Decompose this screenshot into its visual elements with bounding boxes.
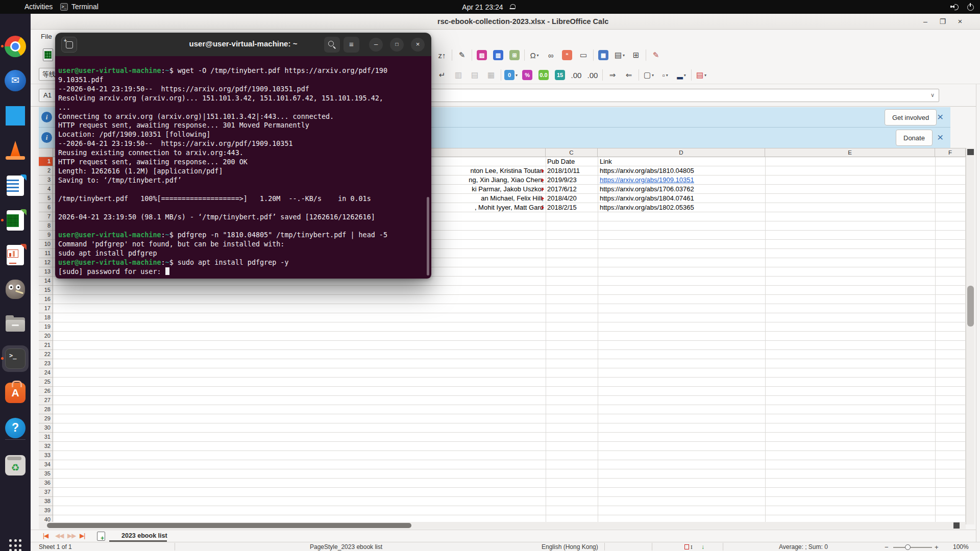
- dock-item-gimp[interactable]: [4, 278, 27, 300]
- column-header-F[interactable]: F: [935, 148, 966, 157]
- cell-C5[interactable]: 2018/4/20: [547, 194, 596, 203]
- search-icon[interactable]: [324, 37, 340, 53]
- row-header-11[interactable]: 11: [39, 249, 53, 258]
- cell-D1[interactable]: Link: [600, 157, 764, 166]
- headers-footers-icon[interactable]: ▭: [577, 48, 590, 62]
- zoom-slider[interactable]: [893, 547, 932, 548]
- formula-expand-icon[interactable]: ∨: [930, 92, 935, 98]
- new-document-icon[interactable]: [42, 48, 55, 62]
- insert-comment-icon[interactable]: “: [560, 48, 574, 62]
- merge-center-icon[interactable]: ▤: [468, 68, 481, 82]
- row-header-12[interactable]: 12: [39, 258, 53, 267]
- terminal-maximize-button[interactable]: □: [390, 38, 404, 52]
- clock[interactable]: Apr 21 23:24: [462, 2, 516, 12]
- number-format-icon[interactable]: 0.0: [537, 68, 550, 82]
- dock-item-libreoffice-calc[interactable]: [4, 209, 27, 232]
- unmerge-cells-icon[interactable]: ▦: [484, 68, 498, 82]
- terminal-headerbar[interactable]: + user@user-virtual-machine: ~ ≡ – □ ×: [55, 33, 431, 56]
- calc-titlebar[interactable]: rsc-ebook-collection-2023.xlsx - LibreOf…: [31, 14, 980, 30]
- dock-item-libreoffice-impress[interactable]: [4, 244, 27, 266]
- row-header-21[interactable]: 21: [39, 341, 53, 350]
- row-header-13[interactable]: 13: [39, 267, 53, 277]
- menu-icon[interactable]: ≡: [344, 37, 359, 53]
- close-infobar-icon[interactable]: ×: [937, 111, 943, 123]
- cell-B4[interactable]: ki Parmar, Jakob Uszkor: [462, 185, 544, 194]
- system-status-area[interactable]: [950, 2, 974, 12]
- row-header-36[interactable]: 36: [39, 479, 53, 488]
- row-header-28[interactable]: 28: [39, 405, 53, 414]
- add-decimal-icon[interactable]: .00: [570, 68, 583, 82]
- dock-item-trash[interactable]: ♻: [4, 454, 27, 477]
- row-header-7[interactable]: 7: [39, 212, 53, 221]
- insert-image-icon[interactable]: ▨: [475, 48, 488, 62]
- calc-minimize-button[interactable]: –: [920, 16, 931, 28]
- insert-pivot-table-icon[interactable]: ⊞: [508, 48, 521, 62]
- row-header-15[interactable]: 15: [39, 286, 53, 295]
- calc-restore-button[interactable]: ❐: [937, 16, 948, 28]
- clone-formatting-icon[interactable]: ✎: [455, 48, 469, 62]
- vertical-scrollbar-thumb[interactable]: [967, 286, 974, 327]
- terminal-close-button[interactable]: ×: [411, 38, 425, 52]
- row-header-9[interactable]: 9: [39, 231, 53, 240]
- horizontal-scrollbar-thumb[interactable]: [47, 523, 411, 528]
- row-header-16[interactable]: 16: [39, 295, 53, 304]
- select-all-corner[interactable]: [39, 148, 53, 157]
- dock-item-thunderbird[interactable]: ✉: [4, 69, 27, 92]
- freeze-rows-columns-icon[interactable]: ▦: [597, 48, 610, 62]
- special-character-icon[interactable]: Ω▾: [528, 48, 541, 62]
- terminal-scrollbar-thumb[interactable]: [427, 197, 429, 276]
- row-header-18[interactable]: 18: [39, 313, 53, 322]
- cell-D5[interactable]: https://arxiv.org/abs/1804.07461: [600, 194, 764, 203]
- row-header-31[interactable]: 31: [39, 433, 53, 442]
- column-header-D[interactable]: D: [598, 148, 765, 157]
- cell-D6[interactable]: https://arxiv.org/abs/1802.05365: [600, 203, 764, 212]
- get-involved-button[interactable]: Get involved: [885, 109, 937, 126]
- date-format-icon[interactable]: 15: [553, 68, 567, 82]
- row-header-29[interactable]: 29: [39, 414, 53, 423]
- row-headers[interactable]: 1234567891011121314151617181920212223242…: [39, 157, 53, 524]
- cell-B5[interactable]: an Michael, Felix Hill,: [462, 194, 544, 203]
- cell-D2[interactable]: https://arxiv.org/abs/1810.04805: [600, 166, 764, 176]
- row-header-20[interactable]: 20: [39, 332, 53, 341]
- column-header-E[interactable]: E: [765, 148, 935, 157]
- cell-C2[interactable]: 2018/10/11: [547, 166, 596, 176]
- row-header-1[interactable]: 1: [39, 157, 53, 166]
- currency-format-icon[interactable]: 0▾: [504, 68, 518, 82]
- cell-C1[interactable]: Pub Date: [547, 157, 596, 166]
- close-infobar-icon[interactable]: ×: [937, 131, 943, 143]
- dock-item-files[interactable]: [4, 313, 27, 336]
- row-header-38[interactable]: 38: [39, 497, 53, 506]
- last-sheet-icon[interactable]: ▶|: [80, 532, 85, 539]
- cell-B6[interactable]: , Mohit Iyyer, Matt Gard: [462, 203, 544, 212]
- row-header-27[interactable]: 27: [39, 396, 53, 405]
- cell-C6[interactable]: 2018/2/15: [547, 203, 596, 212]
- row-header-23[interactable]: 23: [39, 359, 53, 368]
- sort-descending-icon[interactable]: z↑: [435, 48, 449, 62]
- row-header-26[interactable]: 26: [39, 387, 53, 396]
- calc-close-button[interactable]: ×: [954, 16, 966, 28]
- row-header-3[interactable]: 3: [39, 176, 53, 185]
- dock-item-google-chrome[interactable]: [4, 35, 27, 58]
- row-header-19[interactable]: 19: [39, 322, 53, 332]
- cell-C4[interactable]: 2017/6/12: [547, 185, 596, 194]
- row-header-37[interactable]: 37: [39, 488, 53, 497]
- borders-icon[interactable]: ▢▾: [642, 68, 655, 82]
- split-window-icon[interactable]: ▤▾: [613, 48, 626, 62]
- sheet-tab-2023-ebook-list[interactable]: 2023 ebook list: [114, 531, 175, 541]
- cell-C3[interactable]: 2019/9/23: [547, 176, 596, 185]
- decrease-indent-icon[interactable]: ⇐: [622, 68, 635, 82]
- terminal-output[interactable]: user@user-virtual-machine:~$ wget -O /tm…: [55, 56, 431, 279]
- dock-item-libreoffice-writer[interactable]: [4, 174, 27, 197]
- vertical-scrollbar[interactable]: [966, 148, 974, 524]
- row-header-30[interactable]: 30: [39, 423, 53, 433]
- merge-cells-icon[interactable]: ▥: [452, 68, 465, 82]
- previous-sheet-icon[interactable]: ◀◀: [55, 532, 63, 539]
- cell-B2[interactable]: nton Lee, Kristina Toutan: [462, 166, 544, 176]
- cell-D3-hyperlink[interactable]: https://arxiv.org/abs/1909.10351: [600, 176, 764, 185]
- row-header-32[interactable]: 32: [39, 442, 53, 451]
- row-header-22[interactable]: 22: [39, 350, 53, 359]
- dock-item-terminal[interactable]: >_: [4, 347, 27, 370]
- dock-item-help[interactable]: ?: [4, 417, 27, 439]
- show-applications-icon[interactable]: [9, 539, 21, 551]
- print-area-icon[interactable]: ⊞: [629, 48, 643, 62]
